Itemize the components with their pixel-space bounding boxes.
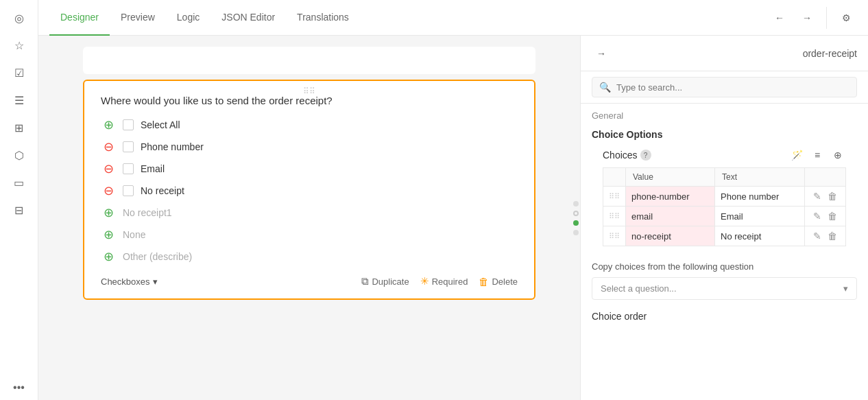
sidebar-icon-more[interactable]: ••• — [7, 375, 32, 400]
side-dots — [573, 201, 579, 235]
row-delete-button[interactable]: 🗑 — [825, 191, 839, 202]
tab-logic[interactable]: Logic — [166, 0, 210, 36]
list-item: ⊕ Other (describe) — [101, 249, 518, 264]
choices-options-section: Choice Options Choices ? 🪄 ≡ ⊕ — [581, 125, 868, 253]
row-text[interactable]: No receipt — [715, 226, 805, 246]
row-drag-handle[interactable]: ⠿⠿ — [603, 187, 626, 207]
row-value[interactable]: no-receipt — [626, 226, 715, 246]
add-icon[interactable]: ⊕ — [101, 205, 116, 220]
row-edit-button[interactable]: ✎ — [811, 231, 823, 242]
search-icon: 🔍 — [599, 82, 611, 93]
choices-actions: 🪄 ≡ ⊕ — [788, 147, 846, 163]
list-item: ⊖ No receipt — [101, 183, 518, 198]
drag-handle[interactable]: ⠿⠿ — [303, 86, 315, 96]
choice-label: No receipt1 — [123, 207, 172, 218]
footer-actions: ⧉ Duplicate ✳ Required 🗑 Delete — [361, 275, 518, 287]
sidebar-icon-layers[interactable]: ⬡ — [7, 143, 32, 167]
right-panel-scroll: 🔍 General Choice Options Choices ? 🪄 — [581, 71, 868, 400]
sidebar-icon-target[interactable]: ◎ — [7, 5, 32, 30]
card-footer: Checkboxes ▾ ⧉ Duplicate ✳ Required — [101, 275, 518, 287]
table-row: ⠿⠿ email Email ✎ 🗑 — [603, 207, 846, 226]
choice-checkbox[interactable] — [123, 119, 134, 130]
choices-label: Choices — [603, 150, 638, 161]
add-icon[interactable]: ⊕ — [101, 117, 116, 132]
chevron-down-icon: ▾ — [153, 277, 158, 287]
required-button[interactable]: ✳ Required — [420, 275, 468, 287]
choices-add-button[interactable]: ⊕ — [830, 147, 846, 163]
type-selector[interactable]: Checkboxes ▾ — [101, 277, 158, 287]
col-value: Value — [626, 168, 715, 187]
add-icon[interactable]: ⊕ — [101, 249, 116, 264]
duplicate-icon: ⧉ — [361, 275, 369, 287]
row-delete-button[interactable]: 🗑 — [825, 211, 839, 222]
search-input[interactable] — [616, 82, 849, 93]
row-value[interactable]: email — [626, 207, 715, 226]
col-text: Text — [715, 168, 805, 187]
sidebar-icon-check[interactable]: ☑ — [7, 60, 32, 85]
tab-preview[interactable]: Preview — [110, 0, 166, 36]
list-item: ⊕ No receipt1 — [101, 205, 518, 220]
remove-icon[interactable]: ⊖ — [101, 183, 116, 198]
row-drag-handle[interactable]: ⠿⠿ — [603, 207, 626, 226]
row-drag-handle[interactable]: ⠿⠿ — [603, 226, 626, 246]
delete-button[interactable]: 🗑 Delete — [479, 275, 518, 287]
row-delete-button[interactable]: 🗑 — [825, 231, 839, 242]
tab-json-editor[interactable]: JSON Editor — [210, 0, 286, 36]
side-dot — [573, 230, 579, 235]
row-actions: ✎ 🗑 — [805, 207, 846, 226]
sidebar-icon-star[interactable]: ☆ — [7, 33, 32, 58]
tab-designer[interactable]: Designer — [49, 0, 110, 36]
choice-checkbox[interactable] — [123, 185, 134, 196]
top-nav: Designer Preview Logic JSON Editor Trans… — [38, 0, 868, 36]
row-value[interactable]: phone-number — [626, 187, 715, 207]
choice-checkbox[interactable] — [123, 163, 134, 174]
row-actions: ✎ 🗑 — [805, 226, 846, 246]
choices-list-button[interactable]: ≡ — [809, 147, 825, 163]
choices-header: Choices ? 🪄 ≡ ⊕ — [592, 147, 857, 167]
remove-icon[interactable]: ⊖ — [101, 161, 116, 176]
panel-forward-icon[interactable]: → — [592, 44, 611, 63]
icon-sidebar: ◎ ☆ ☑ ☰ ⊞ ⬡ ▭ ⊟ ••• — [0, 0, 38, 400]
form-header-bar — [83, 47, 535, 74]
redo-button[interactable]: → — [796, 7, 818, 29]
delete-label: Delete — [492, 277, 518, 287]
choices-options-title: Choice Options — [592, 125, 857, 147]
table-row: ⠿⠿ no-receipt No receipt ✎ 🗑 — [603, 226, 846, 246]
sidebar-icon-grid[interactable]: ⊟ — [7, 198, 32, 222]
undo-button[interactable]: ← — [769, 7, 791, 29]
choice-order-label: Choice order — [592, 311, 857, 322]
row-edit-button[interactable]: ✎ — [811, 211, 823, 222]
panel-title: order-receipt — [611, 48, 857, 59]
select-question-dropdown[interactable]: Select a question... ▾ — [592, 277, 857, 300]
row-text[interactable]: Phone number — [715, 187, 805, 207]
col-drag — [603, 168, 626, 187]
search-section: 🔍 — [581, 71, 868, 104]
table-row: ⠿⠿ phone-number Phone number ✎ 🗑 — [603, 187, 846, 207]
choice-checkbox[interactable] — [123, 141, 134, 152]
choices-wand-button[interactable]: 🪄 — [788, 147, 805, 163]
choice-order-section: Choice order — [581, 305, 868, 327]
row-text[interactable]: Email — [715, 207, 805, 226]
nav-divider — [826, 7, 827, 29]
choices-help-icon[interactable]: ? — [640, 150, 651, 161]
right-panel: → order-receipt 🔍 General Choice Options — [580, 36, 868, 400]
tab-translations[interactable]: Translations — [286, 0, 360, 36]
settings-button[interactable]: ⚙ — [835, 7, 857, 29]
sidebar-icon-list[interactable]: ☰ — [7, 88, 32, 113]
type-label: Checkboxes — [101, 277, 150, 287]
add-icon[interactable]: ⊕ — [101, 227, 116, 242]
choice-label: Email — [141, 163, 165, 174]
list-item: ⊖ Phone number — [101, 139, 518, 154]
copy-choices-section: Copy choices from the following question… — [581, 253, 868, 305]
side-dot-outline — [573, 211, 579, 216]
form-builder: ⠿⠿ Where would you like us to send the o… — [38, 36, 580, 400]
row-edit-button[interactable]: ✎ — [811, 191, 823, 202]
duplicate-button[interactable]: ⧉ Duplicate — [361, 275, 409, 287]
choice-label: Other (describe) — [123, 251, 192, 262]
side-dot — [573, 201, 579, 207]
question-title: Where would you like us to send the orde… — [101, 95, 518, 106]
choice-label: No receipt — [141, 185, 184, 196]
sidebar-icon-folder[interactable]: ▭ — [7, 170, 32, 195]
sidebar-icon-sliders[interactable]: ⊞ — [7, 115, 32, 140]
remove-icon[interactable]: ⊖ — [101, 139, 116, 154]
